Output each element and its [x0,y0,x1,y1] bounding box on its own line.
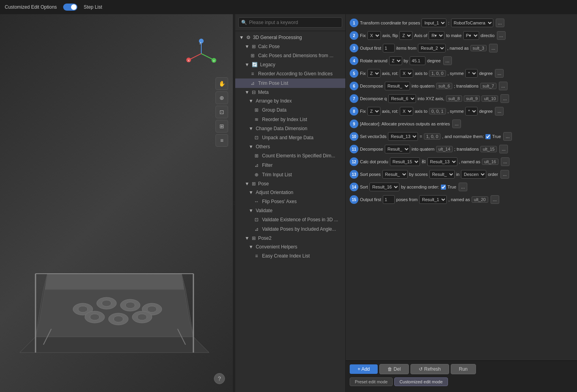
step-row-15: 15 Output first poses from Result_1 , na… [350,194,573,205]
hand-tool[interactable]: ✋ [215,77,228,90]
step-3-result[interactable]: Result_2 [418,44,446,52]
step-14-more[interactable]: ... [459,183,467,191]
step-15-count[interactable] [383,195,395,204]
item-label: Reorder by Index List [262,117,307,122]
step-8-axis1[interactable]: Z [367,107,380,116]
arrange-label: Arrange by Index [256,98,292,104]
step-4-axis[interactable]: Z [389,56,402,65]
item-calc-poses[interactable]: ⊞ Calc Poses and Dimensions from ... [235,51,345,60]
svg-line-3 [189,54,201,60]
step-num-13: 13 [350,170,358,179]
step-10-more[interactable]: ... [503,132,512,141]
step-5-axis1[interactable]: Z [367,69,380,78]
step-11-more[interactable]: ... [499,145,508,153]
item-group-data[interactable]: ⊞ Group Data [239,105,345,115]
preset-mode-button[interactable]: Preset edit mode [350,377,393,386]
add-button[interactable]: + Add [350,364,378,374]
step-13-r1[interactable]: Result_ [382,170,408,179]
step-7-a: sult_8 [446,95,462,102]
step-5-axis2[interactable]: X [400,69,413,78]
step-5-more[interactable]: ... [495,69,504,78]
step-6-result[interactable]: Result_ [385,82,410,90]
item-flip-poses[interactable]: ↔ Flip Poses' Axes [239,197,345,206]
item-reorder-index-list[interactable]: ≋ Reorder by Index List [239,115,345,124]
subcategory-arrange[interactable]: ▼ Arrange by Index [239,97,345,105]
step-1-input2[interactable]: RobotToCamera [451,19,493,27]
step-8-t1: axis, rot: [382,109,399,114]
step-2-r[interactable]: R▾ [429,31,444,40]
item-easy-create-index[interactable]: ≡ Easy Create Index List [239,251,345,261]
step-7-result[interactable]: Result_6 [388,94,416,103]
step-13-order[interactable]: Descen [461,170,486,179]
list-tool[interactable]: ≡ [215,134,228,147]
subcategory-validate[interactable]: ▼ Validate [239,206,345,215]
step-8-axis2[interactable]: X [400,107,413,116]
grid-tool[interactable]: ⊞ [215,120,228,133]
item-filter[interactable]: ⊿ Filter [239,161,345,170]
step-12-r2[interactable]: Result_13 [427,157,457,166]
step-6-more[interactable]: ... [499,82,508,90]
subcategory-others[interactable]: ▼ Others [239,142,345,151]
item-validate-poses-angle[interactable]: ⊿ Validate Poses by Included Angle... [239,224,345,234]
zoom-tool[interactable]: ⊕ [215,91,228,104]
del-button[interactable]: 🗑 Del [379,364,409,374]
step-4-angle[interactable] [410,56,425,65]
step-13-r2[interactable]: Result_ [429,170,455,179]
subcategory-calc-pose[interactable]: ▼ ⊞ Calc Pose [235,42,345,51]
subcategory-meta[interactable]: ▼ ⊟ Meta [235,88,345,97]
step-5-sym[interactable]: * [465,69,478,78]
step-11-result[interactable]: Result_ [385,145,410,153]
step-7-more[interactable]: ... [500,94,509,103]
step-12-more[interactable]: ... [501,157,510,166]
item-trim-pose-list[interactable]: ⊿ Trim Pose List [235,78,345,88]
step-num-14: 14 [350,183,358,191]
step-3-count[interactable] [383,44,395,52]
item-validate-existence[interactable]: ⊡ Validate Existence of Poses in 3D ... [239,215,345,224]
frame-tool[interactable]: ⊡ [215,106,228,118]
step-15-more[interactable]: ... [491,195,499,204]
subcategory-convenient[interactable]: ▼ Convenient Helpers [239,243,345,251]
step-12-name: ult_16 [482,159,498,165]
step-12-r1[interactable]: Result_15 [390,157,420,166]
pose2-icon: ⊞ [252,235,256,241]
step-10-result[interactable]: Result_13 [388,132,418,141]
step-3-more[interactable]: ... [489,44,498,52]
step-num-5: 5 [350,69,358,78]
subcategory-change-dim[interactable]: ▼ Change Data Dimension [239,124,345,133]
item-unpack-merge[interactable]: ⊡ Unpack and Merge Data [239,133,345,142]
item-reorder-indices[interactable]: ≡ Reorder According to Given Indices [235,69,345,78]
step-10-check[interactable] [485,134,491,139]
search-input[interactable] [238,17,342,28]
step-14-check[interactable] [441,185,446,190]
refresh-button[interactable]: ↺ Refresh [410,364,449,374]
step-1-input1[interactable]: Input_1 [422,19,446,27]
step-8-sym[interactable]: * [465,107,478,116]
step-8-more[interactable]: ... [495,107,504,116]
step-14-result[interactable]: Result_16 [369,183,399,191]
subcategory-adjust-orient[interactable]: ▼ Adjust Orientation [239,188,345,197]
step-2-p[interactable]: P▾ [463,31,479,40]
item-trim-input-list[interactable]: ⊕ Trim Input List [239,170,345,179]
step-list-toggle[interactable] [63,4,77,11]
step-4-more[interactable]: ... [443,56,452,65]
step-11-q: ult_14 [436,146,453,152]
step-7-c: ult_10 [481,95,498,102]
category-3d-general[interactable]: ▼ ⚙ 3D General Processing [235,33,345,42]
help-button[interactable]: ? [214,373,225,384]
step-15-result[interactable]: Result_1 [419,195,447,204]
step-2-more[interactable]: ... [497,31,506,40]
step-13-more[interactable]: ... [500,170,509,179]
step-2-axis1[interactable]: X [367,31,381,40]
step-row-8: 8 Fix Z axis, rot: X axis to 0, 0, 1 , s… [350,106,573,117]
step-11-t: ult_15 [480,146,497,152]
custom-mode-button[interactable]: Customized edit mode [394,377,448,386]
run-button[interactable]: Run [451,364,476,374]
step-num-4: 4 [350,56,358,65]
subcategory-pose2[interactable]: ▼ ⊞ Pose2 [235,234,345,243]
subcategory-pose[interactable]: ▼ ⊞ Pose [235,179,345,188]
subcategory-legacy[interactable]: ▼ 🔄 Legacy [235,60,345,69]
step-9-more[interactable]: ... [452,119,461,128]
step-2-axis2[interactable]: Z [399,31,412,40]
step-1-more[interactable]: ... [496,19,504,27]
item-count-elements[interactable]: ⊞ Count Elements in Specified Dim... [239,151,345,161]
